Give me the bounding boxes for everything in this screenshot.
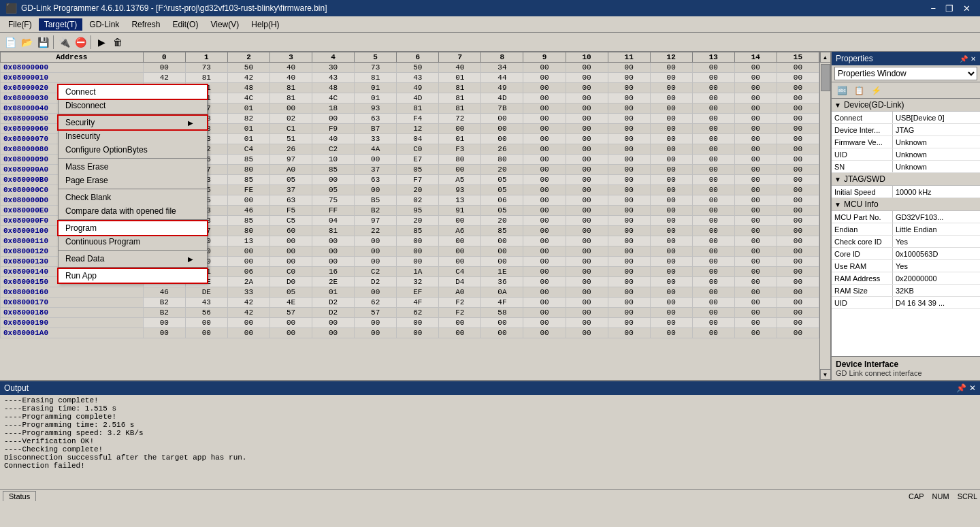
hex-cell[interactable]: FE [227,185,270,195]
hex-cell[interactable]: 46 [143,287,185,298]
hex-cell[interactable]: 57 [355,308,397,318]
menu-item-check_blank[interactable]: Check Blank [59,191,207,204]
hex-cell[interactable]: 00 [397,257,439,267]
hex-cell[interactable]: 00 [650,236,692,246]
hex-cell[interactable]: 00 [608,236,650,246]
hex-cell[interactable]: 00 [608,246,650,257]
hex-cell[interactable]: 00 [692,287,734,298]
menu-item-refresh[interactable]: Refresh [126,18,165,31]
hex-cell[interactable]: 00 [312,318,355,328]
hex-cell[interactable]: 20 [397,216,439,226]
hex-cell[interactable]: D0 [270,277,312,287]
hex-cell[interactable]: 05 [481,185,523,195]
hex-cell[interactable]: 00 [566,134,608,144]
hex-cell[interactable]: 30 [312,63,355,73]
prop-tb-sort-icon[interactable]: 🔤 [834,84,850,97]
table-row[interactable]: 0x0800016046DE33050100EFA00A000000000000… [1,287,819,298]
hex-cell[interactable]: 00 [566,165,608,175]
hex-cell[interactable]: 00 [355,236,397,246]
hex-cell[interactable]: 85 [227,216,270,226]
hex-cell[interactable]: 00 [439,216,481,226]
hex-cell[interactable]: 00 [566,195,608,206]
hex-cell[interactable]: D2 [355,277,397,287]
properties-pin-icon[interactable]: 📌 [960,55,968,63]
hex-cell[interactable]: 00 [734,308,777,318]
table-row[interactable]: 0x08000000007350403073504034000000000000… [1,63,819,73]
menu-item-compare[interactable]: Compare data with opened file [59,204,207,218]
hex-cell[interactable]: 00 [227,195,270,206]
hex-cell[interactable]: 00 [523,236,566,246]
hex-cell[interactable]: 00 [523,185,566,195]
hex-cell[interactable]: 00 [777,277,819,287]
hex-cell[interactable]: 00 [439,257,481,267]
menu-item-program[interactable]: Program [59,221,207,235]
hex-cell[interactable]: 00 [692,144,734,155]
prop-group-header[interactable]: ▼MCU Info [832,198,980,211]
hex-cell[interactable]: 02 [397,195,439,206]
hex-cell[interactable]: 00 [650,308,692,318]
toolbar-connect[interactable]: 🔌 [56,35,71,50]
prop-row[interactable]: Device Inter...JTAG [832,124,980,136]
hex-cell[interactable]: 97 [355,216,397,226]
hex-cell[interactable]: 91 [439,206,481,216]
hex-cell[interactable]: 00 [692,134,734,144]
hex-cell[interactable]: F3 [439,144,481,155]
hex-cell[interactable]: 00 [692,155,734,165]
hex-cell[interactable]: 00 [523,103,566,114]
hex-cell[interactable]: 26 [270,144,312,155]
hex-cell[interactable]: 00 [355,185,397,195]
hex-cell[interactable]: 43 [397,73,439,83]
hex-cell[interactable]: 00 [777,216,819,226]
hex-cell[interactable]: 00 [734,206,777,216]
prop-row[interactable]: Firmware Ve...Unknown [832,136,980,148]
hex-cell[interactable]: A5 [439,175,481,185]
hex-cell[interactable]: 00 [650,226,692,236]
hex-cell[interactable]: 40 [312,134,355,144]
hex-cell[interactable]: 34 [481,63,523,73]
hex-cell[interactable]: 00 [734,195,777,206]
hex-cell[interactable]: 00 [734,93,777,103]
hex-cell[interactable]: 00 [734,287,777,298]
hex-cell[interactable]: 00 [650,257,692,267]
hex-cell[interactable]: 00 [734,328,777,338]
hex-cell[interactable]: 00 [566,318,608,328]
hex-cell[interactable]: 00 [777,63,819,73]
hex-cell[interactable]: 00 [312,175,355,185]
hex-cell[interactable]: 00 [481,257,523,267]
hex-cell[interactable]: 00 [650,287,692,298]
table-row[interactable]: 0x08000170B243424ED2624FF24F000000000000… [1,298,819,308]
hex-cell[interactable]: 00 [650,124,692,134]
hex-cell[interactable]: DE [185,287,227,298]
hex-cell[interactable]: 43 [312,73,355,83]
hex-cell[interactable]: 00 [608,328,650,338]
hex-cell[interactable]: 00 [777,267,819,277]
hex-cell[interactable]: A0 [270,165,312,175]
hex-cell[interactable]: 00 [650,114,692,124]
hex-cell[interactable]: 33 [355,134,397,144]
hex-cell[interactable]: 50 [227,63,270,73]
hex-cell[interactable]: C0 [270,267,312,277]
hex-cell[interactable]: 00 [608,287,650,298]
hex-cell[interactable]: 00 [270,257,312,267]
hex-cell[interactable]: 00 [650,246,692,257]
hex-cell[interactable]: 00 [692,236,734,246]
hex-cell[interactable]: 00 [692,83,734,93]
hex-cell[interactable]: 40 [270,63,312,73]
hex-cell[interactable]: F2 [439,298,481,308]
prop-row[interactable]: ConnectUSB[Device 0] [832,112,980,124]
hex-cell[interactable]: 00 [312,246,355,257]
hex-cell[interactable]: FF [312,206,355,216]
hex-cell[interactable]: 00 [608,134,650,144]
hex-cell[interactable]: 00 [777,103,819,114]
hex-cell[interactable]: C5 [270,216,312,226]
hex-cell[interactable]: 4E [270,298,312,308]
hex-cell[interactable]: 85 [227,175,270,185]
hex-cell[interactable]: 48 [227,83,270,93]
prop-group-header[interactable]: ▼Device(GD-Link) [832,99,980,112]
hex-cell[interactable]: 81 [439,103,481,114]
hex-cell[interactable]: 00 [608,175,650,185]
hex-cell[interactable]: C2 [312,144,355,155]
menu-item-insecurity[interactable]: Insecurity [59,129,207,143]
menu-item-help[interactable]: Help(H) [246,18,284,31]
hex-cell[interactable]: 26 [481,144,523,155]
